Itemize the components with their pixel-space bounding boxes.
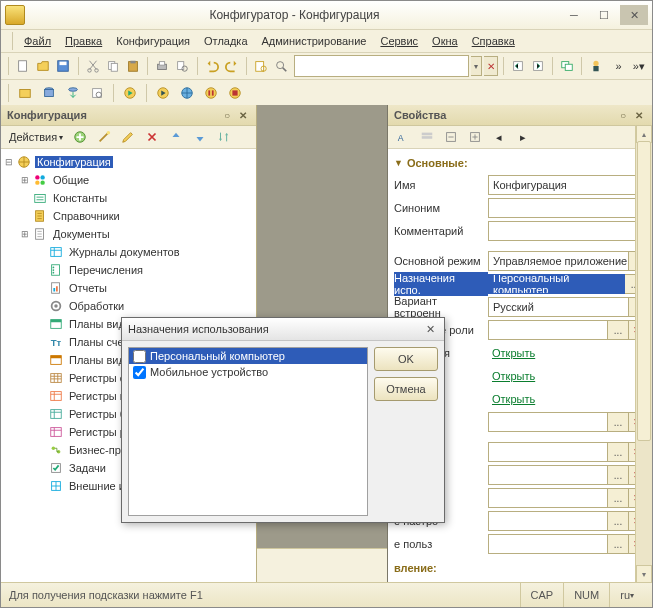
menu-help[interactable]: Справка [466,33,521,49]
dialog-close-icon[interactable]: ✕ [422,322,438,336]
delete-icon[interactable] [141,126,163,148]
new-icon[interactable] [14,55,32,77]
tree-node[interactable]: Журналы документов [3,243,254,261]
prop-set-value[interactable] [488,511,608,531]
dialog-titlebar[interactable]: Назначения использования ✕ [122,318,444,341]
maximize-button[interactable]: ☐ [590,5,618,25]
prop-purpose-value[interactable]: Персональный компьютер [488,274,625,294]
tree-node[interactable]: ⊞Общие [3,171,254,189]
pin-icon[interactable]: ○ [220,108,234,122]
menu-windows[interactable]: Окна [426,33,464,49]
search-history-dropdown[interactable]: ▾ [471,56,482,76]
copy-icon[interactable] [104,55,122,77]
properties-scrollbar[interactable]: ▴ ▾ [635,125,652,583]
tree-node[interactable]: Обработки [3,297,254,315]
prop-group-main[interactable]: ▼Основные: [394,153,646,173]
move-down-icon[interactable] [189,126,211,148]
prop-var-value[interactable] [488,488,608,508]
debug-run-icon[interactable] [152,82,174,104]
dots-button[interactable]: ... [608,488,629,508]
syntax-assist-icon[interactable] [587,55,605,77]
prop-user-value[interactable] [488,465,608,485]
dialog-list-item[interactable]: Персональный компьютер [129,348,367,364]
windows-icon[interactable] [558,55,576,77]
search-input[interactable] [294,55,469,77]
collapse-icon[interactable] [464,126,486,148]
expand-icon[interactable] [440,126,462,148]
prop-user2-value[interactable] [488,534,608,554]
prop-roles-value[interactable] [488,320,608,340]
prop-name-value[interactable]: Конфигурация [488,175,646,195]
edit-icon[interactable] [117,126,139,148]
dots-button[interactable]: ... [608,534,629,554]
actions-menu[interactable]: Действия▾ [5,130,67,144]
prop-mode-value[interactable]: Управляемое приложение [488,251,629,271]
chevrons-icon[interactable]: » [610,55,628,77]
panel-close-icon[interactable]: ✕ [236,108,250,122]
menu-edit[interactable]: Правка [59,33,108,49]
tree-node[interactable]: Отчеты [3,279,254,297]
tree-node[interactable]: ⊞Документы [3,225,254,243]
pin-icon[interactable]: ○ [616,108,630,122]
prop-synonym-value[interactable] [488,198,646,218]
menu-debug[interactable]: Отладка [198,33,253,49]
preview-icon[interactable] [173,55,191,77]
debug-web-icon[interactable] [176,82,198,104]
tree-node[interactable]: ⊟Конфигурация [3,153,254,171]
prev-result-icon[interactable] [509,55,527,77]
panel-close-icon[interactable]: ✕ [632,108,646,122]
dots-button[interactable]: ... [608,511,629,531]
collapse-icon[interactable]: ⊟ [3,156,15,168]
menu-file[interactable]: Файл [18,33,57,49]
clear-search-button[interactable]: ✕ [484,56,498,76]
prop-roles-edit-button[interactable]: ... [608,320,629,340]
run-icon[interactable] [119,82,141,104]
expand-icon[interactable]: ⊞ [19,174,31,186]
close-button[interactable]: ✕ [620,5,648,25]
prop-ext-link[interactable]: Открыть [488,393,646,405]
checkbox[interactable] [133,350,146,363]
sort-icon[interactable] [213,126,235,148]
tree-node[interactable]: Перечисления [3,261,254,279]
cancel-button[interactable]: Отмена [374,377,438,401]
open-config-icon[interactable] [14,82,36,104]
prop-modules-value[interactable] [488,412,608,432]
menu-admin[interactable]: Администрирование [256,33,373,49]
prop-prev-icon[interactable]: ◂ [488,126,510,148]
minimize-button[interactable]: ─ [560,5,588,25]
menu-config[interactable]: Конфигурация [110,33,196,49]
redo-icon[interactable] [223,55,241,77]
undo-icon[interactable] [202,55,220,77]
wizard-icon[interactable] [93,126,115,148]
update-db-icon[interactable] [62,82,84,104]
next-result-icon[interactable] [529,55,547,77]
prop-comment-value[interactable] [488,221,646,241]
dots-button[interactable]: ... [608,442,629,462]
find-config-icon[interactable] [252,55,270,77]
prop-mform-link[interactable]: Открыть [488,347,646,359]
add-item-icon[interactable] [69,126,91,148]
open-icon[interactable] [34,55,52,77]
tree-node[interactable]: Справочники [3,207,254,225]
dots-button[interactable]: ... [608,465,629,485]
debug-stop-icon[interactable] [224,82,246,104]
paste-icon[interactable] [124,55,142,77]
cut-icon[interactable] [83,55,101,77]
prop-next-icon[interactable]: ▸ [512,126,534,148]
move-up-icon[interactable] [165,126,187,148]
print-icon[interactable] [153,55,171,77]
magnify-icon[interactable] [272,55,290,77]
db-config-icon[interactable] [38,82,60,104]
debug-step-icon[interactable] [200,82,222,104]
tree-node[interactable]: Константы [3,189,254,207]
find-in-tree-icon[interactable] [86,82,108,104]
prop-group-view[interactable]: вление: [394,556,646,578]
overflow-icon[interactable]: »▾ [630,55,648,77]
prop-session-link[interactable]: Открыть [488,370,646,382]
expand-icon[interactable]: ⊞ [19,228,31,240]
ok-button[interactable]: OK [374,347,438,371]
dots-button[interactable]: ... [608,412,629,432]
dialog-list[interactable]: Персональный компьютерМобильное устройст… [128,347,368,516]
save-icon[interactable] [54,55,72,77]
checkbox[interactable] [133,366,146,379]
